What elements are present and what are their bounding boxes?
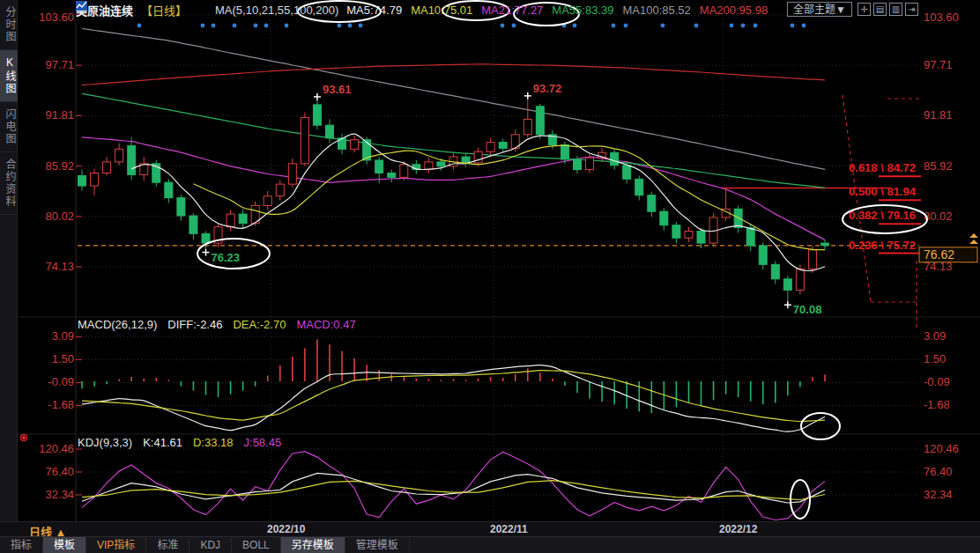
tab-模板[interactable]: 模板 [43, 537, 86, 553]
candle [437, 162, 445, 166]
crosshair-icon[interactable]: ✛ [858, 3, 871, 16]
chart-toolbar: 全部主题▼ ✛▤▥⇥ [787, 2, 918, 17]
ma-value-label: MA21:77.27 [481, 4, 543, 17]
fib-level-label: 0.382 \ 79.16 [849, 209, 916, 222]
last-price-value: 76.62 [924, 247, 954, 262]
axis-label: 97.71 [45, 58, 74, 71]
candle [536, 107, 544, 135]
tab-指标[interactable]: 指标 [0, 537, 43, 553]
axis-label: 97.71 [924, 58, 953, 71]
axis-label: 74.13 [45, 260, 74, 273]
date-label: 2022/12 [719, 523, 757, 535]
sidebar-item-分时图[interactable]: 分时图 [0, 0, 18, 50]
sidebar-item-合约资料[interactable]: 合约资料 [0, 152, 18, 215]
tab-管理模板[interactable]: 管理模板 [345, 537, 410, 553]
tab-BOLL[interactable]: BOLL [232, 537, 281, 553]
axis-label: 91.81 [924, 108, 953, 122]
date-label: 2022/11 [490, 523, 528, 535]
price-point-label: 70.08 [793, 303, 822, 316]
axis-label: 80.02 [45, 210, 74, 223]
event-dot [754, 24, 758, 28]
axis-label: 103.60 [924, 11, 959, 24]
tab-VIP指标[interactable]: VIP指标 [86, 537, 146, 553]
left-sidebar: 分时图K线图闪电图合约资料 [0, 0, 18, 521]
event-dot [233, 24, 237, 28]
candle [91, 173, 99, 187]
event-dot [264, 24, 269, 28]
candle [808, 250, 816, 269]
event-dot [212, 24, 216, 28]
candle [561, 144, 568, 159]
candle [189, 216, 197, 233]
candle [326, 125, 334, 138]
candle [783, 279, 791, 291]
event-dot [791, 24, 795, 28]
candle [313, 105, 321, 125]
event-dot [254, 24, 258, 28]
candle [685, 231, 693, 238]
candle [239, 214, 247, 224]
ma-value-label: MA55:83.39 [552, 4, 613, 17]
axis-label: -0.09 [48, 375, 74, 388]
theme-dropdown-button[interactable]: 全部主题▼ [787, 2, 852, 17]
ma-values: MA5:74.79MA10:75.01MA21:77.27MA55:83.39M… [346, 4, 768, 17]
event-dot [694, 24, 699, 28]
tab-另存模板[interactable]: 另存模板 [281, 537, 345, 553]
candle [635, 179, 643, 195]
indicator-value-label: K:41.61 [143, 436, 182, 449]
axis-label: 120.46 [39, 442, 74, 455]
candle [523, 119, 531, 134]
candle [388, 173, 396, 178]
candle [746, 228, 754, 246]
event-dot [624, 24, 628, 28]
alert-dot-icon [23, 437, 26, 439]
tab-标准[interactable]: 标准 [146, 537, 189, 553]
indicator-value-label: DEA:-2.70 [233, 318, 286, 331]
candle [623, 166, 631, 180]
event-dot [573, 24, 577, 28]
candle [202, 233, 210, 243]
indicator-value-label: MACD:0.47 [296, 318, 355, 331]
scale-axis-icon[interactable]: ▤ [873, 3, 887, 16]
candle [499, 143, 507, 149]
axis-label: 85.92 [45, 159, 74, 173]
candle [672, 225, 680, 239]
macd-title: MACD(26,12,9) [78, 318, 157, 331]
candle [351, 140, 359, 150]
event-dot [201, 24, 205, 28]
axis-label: 32.34 [924, 488, 953, 501]
chart-legend-bar: 美原油连续 【日线】 MA(5,10,21,55,100,200) MA5:74… [76, 0, 768, 19]
candle [400, 165, 408, 178]
sidebar-item-闪电图[interactable]: 闪电图 [0, 102, 18, 152]
candle [796, 269, 804, 290]
macd-header: MACD(26,12,9) DIFF:-2.46DEA:-2.70MACD:0.… [78, 318, 356, 331]
event-dot [359, 24, 363, 28]
event-dot [501, 24, 505, 28]
axis-label: 76.40 [45, 465, 74, 478]
candle [697, 231, 705, 243]
collapse-panel-icon[interactable]: ⇥ [905, 3, 918, 16]
sidebar-item-K线图[interactable]: K线图 [0, 50, 18, 102]
candle [821, 243, 829, 246]
ma-value-label: MA5:74.79 [346, 4, 402, 17]
date-axis-row: 日线 ▲ 2022/102022/112022/12 [0, 521, 980, 536]
axis-label: 91.81 [45, 108, 74, 122]
candle [301, 117, 308, 163]
chart-canvas[interactable]: 103.60103.6097.7197.7191.8191.8185.9285.… [0, 0, 980, 553]
candle [486, 143, 494, 152]
tab-KDJ[interactable]: KDJ [189, 537, 232, 553]
candle [425, 162, 433, 170]
candle [128, 145, 136, 174]
indicator-chart-icon [195, 4, 207, 16]
candle [759, 246, 767, 264]
indicator-value-label: J:58.45 [244, 436, 282, 449]
kdj-header: KDJ(9,3,3) K:41.61D:33.18J:58.45 [78, 436, 281, 449]
event-dot [137, 24, 142, 28]
event-dot [661, 24, 665, 28]
candle [288, 164, 296, 184]
axis-label: 85.92 [924, 159, 953, 173]
axis-label: 1.50 [52, 352, 74, 365]
price-point-label: 93.72 [533, 82, 562, 95]
axis-label: -0.09 [924, 375, 950, 388]
pane-layout-icon[interactable]: ▥ [889, 3, 902, 16]
